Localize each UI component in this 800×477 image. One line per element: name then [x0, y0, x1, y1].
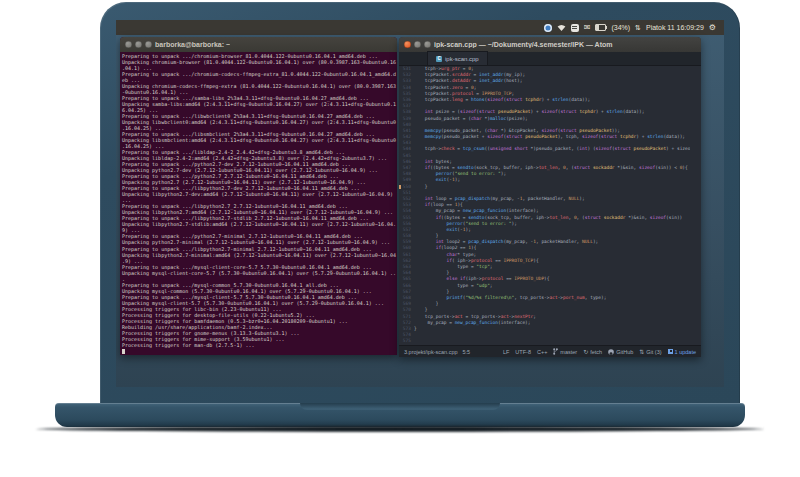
terminal-line: Unpacking chromium-browser (81.0.4044.12… — [122, 59, 397, 65]
terminal-line: Unpacking libpython2.7-minimal:amd64 (2.… — [122, 252, 397, 258]
laptop-screen-frame: ✉ (34%) ⇅ Piatok 11 16:09:29 ⚙ barborka@… — [100, 2, 740, 403]
atom-close-button[interactable] — [404, 41, 411, 48]
code-line: 542 memcpy(pseudo_packet + sizeof(struct… — [399, 134, 701, 140]
code-line: 575 — [399, 338, 701, 344]
status-git-branch[interactable]: master — [553, 348, 577, 355]
terminal-line: Unpacking mysql-client-core-5.7 (5.7.30-… — [122, 270, 397, 276]
status-cursor-position[interactable]: 5:5 — [463, 349, 471, 355]
terminal-close-button[interactable] — [125, 41, 132, 48]
status-github[interactable]: GitHub — [608, 349, 633, 355]
git-arrows-icon: ⇅ — [639, 348, 644, 355]
terminal-output[interactable]: Preparing to unpack .../chromium-browser… — [120, 52, 397, 355]
laptop-base-notch — [300, 403, 500, 410]
sync-icon: ↻ — [583, 348, 588, 355]
terminal-line: Unpacking mysql-common (5.7.30-0ubuntu0.… — [122, 288, 397, 294]
top-panel: ✉ (34%) ⇅ Piatok 11 16:09:29 ⚙ — [116, 20, 724, 35]
session-gear-icon[interactable]: ⚙ — [709, 23, 716, 32]
status-grammar[interactable]: C++ — [537, 349, 547, 355]
code-text: tcph->check = tcp_csum((unsigned short *… — [414, 146, 690, 152]
code-text: } — [414, 184, 428, 190]
sync-arrows-icon[interactable]: ⇅ — [635, 23, 641, 32]
terminal-prompt-line — [122, 348, 397, 354]
terminal-line: Unpacking python2.7-minimal (2.7.12-1ubu… — [122, 239, 397, 245]
code-editor[interactable]: 531 tcph->urg_ptr = 0;532 tcpPacket.srcA… — [399, 66, 701, 345]
atom-status-bar: 3.projekt/ipk-scan.cpp 5:5 LF UTF-8 C++ … — [399, 345, 701, 357]
battery-icon[interactable] — [595, 23, 606, 32]
status-file-path[interactable]: 3.projekt/ipk-scan.cpp — [404, 349, 458, 355]
code-text: pseudo_packet = (char *)malloc(psize); — [414, 116, 528, 122]
wifi-icon[interactable] — [557, 23, 566, 32]
mail-icon[interactable]: ✉ — [584, 23, 591, 32]
terminal-line: Preparing to unpack .../mysql-client-5.7… — [122, 294, 397, 300]
terminal-title: barborka@barborka: ~ — [155, 41, 230, 48]
code-text: my_pcap = new_pcap_funcion(interface); — [414, 320, 531, 326]
status-git-changes[interactable]: ⇅ Git (3) — [639, 348, 661, 355]
laptop-base — [55, 403, 745, 427]
atom-titlebar[interactable]: ipk-scan.cpp — ~/Dokumenty/4.semester/IP… — [399, 37, 701, 52]
atom-minimize-button[interactable] — [414, 41, 421, 48]
terminal-maximize-button[interactable] — [145, 41, 152, 48]
terminal-line: Unpacking libpython2.7-stdlib:amd64 (2.7… — [122, 221, 397, 227]
terminal-minimize-button[interactable] — [135, 41, 142, 48]
terminal-window: barborka@barborka: ~ Preparing to unpack… — [120, 37, 397, 355]
line-number: 575 — [399, 338, 414, 344]
status-fetch[interactable]: ↻ fetch — [583, 348, 602, 355]
terminal-cursor — [122, 349, 125, 354]
atom-window: ipk-scan.cpp — ~/Dokumenty/4.semester/IP… — [399, 37, 701, 357]
terminal-line: Preparing to unpack .../chromium-codecs-… — [122, 71, 397, 77]
terminal-titlebar[interactable]: barborka@barborka: ~ — [120, 37, 397, 52]
code-text: tcpPacket.leng = htons(sizeof(struct tcp… — [414, 97, 590, 103]
terminal-line: Preparing to unpack .../libpython2.7-min… — [122, 246, 397, 252]
keyboard-layout-icon[interactable] — [571, 23, 579, 32]
messaging-indicator-icon[interactable] — [544, 23, 552, 32]
cpp-file-icon: C — [436, 56, 442, 62]
code-text: memcpy(pseudo_packet + sizeof(struct pse… — [414, 134, 685, 140]
terminal-line: Unpacking libpython2.7-dev:amd64 (2.7.12… — [122, 191, 397, 197]
clock[interactable]: Piatok 11 16:09:29 — [646, 24, 704, 31]
battery-percentage[interactable]: (34%) — [611, 24, 630, 31]
tab-label: ipk-scan.cpp — [445, 56, 479, 62]
atom-tab-bar: C ipk-scan.cpp — [399, 52, 701, 66]
github-icon — [608, 349, 614, 355]
package-icon — [668, 349, 673, 354]
code-line: 544 tcph->check = tcp_csum((unsigned sho… — [399, 146, 701, 152]
atom-title: ipk-scan.cpp — ~/Dokumenty/4.semester/IP… — [434, 41, 613, 48]
atom-maximize-button[interactable] — [424, 41, 431, 48]
branch-icon — [553, 348, 558, 355]
status-update-badge[interactable]: 1 update — [668, 349, 696, 355]
desktop: ✉ (34%) ⇅ Piatok 11 16:09:29 ⚙ barborka@… — [116, 20, 724, 387]
status-encoding[interactable]: UTF-8 — [515, 349, 531, 355]
terminal-line: Unpacking mysql-client-5.7 (5.7.30-0ubun… — [122, 300, 397, 306]
code-text: printf("%d/%s filtered\n", tcp_ports->ac… — [414, 295, 606, 301]
tab-ipk-scan[interactable]: C ipk-scan.cpp — [427, 51, 488, 65]
status-line-ending[interactable]: LF — [503, 349, 509, 355]
terminal-line: Unpacking samba-libs:amd64 (2:4.3.11+dfs… — [122, 101, 397, 107]
terminal-line: Preparing to unpack .../mysql-client-cor… — [122, 264, 397, 270]
code-text: } — [414, 326, 417, 332]
laptop-shadow — [36, 426, 764, 432]
